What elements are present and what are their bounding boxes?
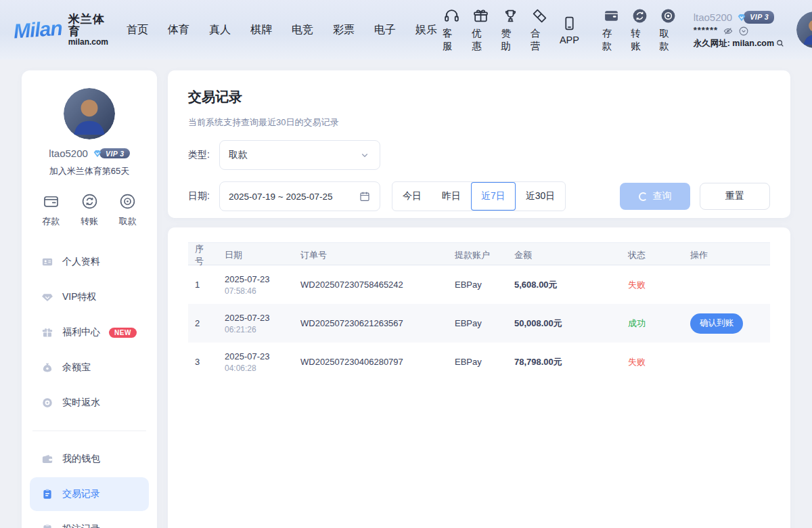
sidebar-username: ltao5200 xyxy=(49,148,88,159)
table-row: 1 2025-07-23 07:58:46 WD2025072307584652… xyxy=(188,265,770,304)
partner-label: 合营 xyxy=(531,27,549,53)
bets-icon xyxy=(41,523,53,528)
loading-spinner-icon xyxy=(639,192,648,201)
nav-link-entertainment[interactable]: 娱乐 xyxy=(415,23,437,37)
brand-logo-text: 米兰体育 milan.com xyxy=(68,14,108,46)
nav-link-board[interactable]: 棋牌 xyxy=(250,23,272,37)
nav-link-sports[interactable]: 体育 xyxy=(168,23,189,37)
sidebar-item-benefits[interactable]: 福利中心 NEW xyxy=(30,315,149,349)
trophy-icon xyxy=(502,7,519,24)
app-label: APP xyxy=(560,35,579,45)
sidebar-item-bets[interactable]: 投注记录 xyxy=(30,512,149,528)
cell-no: 3 xyxy=(188,357,218,367)
col-header-amount: 金额 xyxy=(508,249,621,261)
query-button[interactable]: 查询 xyxy=(620,183,690,210)
cell-date: 2025-07-23 04:06:28 xyxy=(218,351,294,373)
sidebar-item-label: 交易记录 xyxy=(62,488,100,500)
quick-range-group: 今日 昨日 近7日 近30日 xyxy=(392,181,566,211)
sidebar-item-profile[interactable]: 个人资料 xyxy=(30,245,149,279)
sponsor-button[interactable]: 赞助 xyxy=(501,7,519,53)
magnifier-icon[interactable] xyxy=(775,39,785,48)
confirm-received-button[interactable]: 确认到账 xyxy=(690,313,743,334)
nav-link-lottery[interactable]: 彩票 xyxy=(333,23,355,37)
col-header-status: 状态 xyxy=(621,249,683,261)
cell-order-no: WD202507230621263567 xyxy=(294,318,448,328)
sidebar-item-vip[interactable]: VIP特权 xyxy=(30,280,149,314)
sidebar-withdraw-button[interactable]: 取款 xyxy=(118,192,137,227)
transfer-button[interactable]: 转账 xyxy=(631,7,648,53)
partner-button[interactable]: 合营 xyxy=(531,7,549,53)
promo-label: 优惠 xyxy=(472,27,490,53)
top-navbar: Milan 米兰体育 milan.com 首页 体育 真人 棋牌 电竞 彩票 电… xyxy=(0,0,812,60)
range-yesterday[interactable]: 昨日 xyxy=(432,182,471,211)
headset-icon xyxy=(443,7,460,24)
transactions-icon xyxy=(41,488,53,500)
yuebao-icon xyxy=(41,361,53,374)
cell-date: 2025-07-23 06:21:26 xyxy=(218,313,294,334)
brand-domain: milan.com xyxy=(68,38,108,47)
cell-order-no: WD202507230406280797 xyxy=(294,357,448,367)
col-header-date: 日期 xyxy=(218,249,294,261)
deposit-icon xyxy=(603,7,620,24)
service-button[interactable]: 客服 xyxy=(443,7,461,53)
reset-button[interactable]: 重置 xyxy=(700,183,770,210)
nav-link-esports[interactable]: 电竞 xyxy=(292,23,313,37)
avatar[interactable] xyxy=(796,12,812,48)
range-today[interactable]: 今日 xyxy=(392,182,432,211)
cell-account: EBPay xyxy=(448,318,508,328)
page-subtitle: 当前系统支持查询最近30日的交易记录 xyxy=(188,116,770,129)
date-range-input[interactable]: 2025-07-19 ~ 2025-07-25 xyxy=(219,181,380,211)
app-button[interactable]: APP xyxy=(560,15,579,45)
query-button-label: 查询 xyxy=(653,190,672,202)
cell-status: 失败 xyxy=(621,279,683,291)
chevron-down-circle-icon[interactable] xyxy=(738,26,749,37)
status-badge: 失败 xyxy=(628,357,646,367)
promo-button[interactable]: 优惠 xyxy=(472,7,490,53)
col-header-action: 操作 xyxy=(683,249,770,261)
nav-link-slots[interactable]: 电子 xyxy=(374,23,396,37)
sidebar-deposit-button[interactable]: 存款 xyxy=(42,192,60,227)
sidebar-deposit-label: 存款 xyxy=(42,215,60,227)
vip-badge[interactable]: VIP 3 xyxy=(736,11,774,23)
sidebar-avatar[interactable] xyxy=(64,88,115,139)
sidebar-transfer-button[interactable]: 转账 xyxy=(81,192,99,227)
username[interactable]: ltao5200 xyxy=(694,10,733,25)
vip-diamond-icon xyxy=(736,12,747,23)
eye-slash-icon[interactable] xyxy=(723,26,734,37)
withdraw-outline-icon xyxy=(118,192,137,211)
sidebar-item-label: VIP特权 xyxy=(62,291,97,303)
nav-link-live[interactable]: 真人 xyxy=(209,23,231,37)
main-nav: 首页 体育 真人 棋牌 电竞 彩票 电子 娱乐 xyxy=(127,23,437,37)
range-7days[interactable]: 近7日 xyxy=(471,182,516,211)
sidebar-item-transactions[interactable]: 交易记录 xyxy=(30,477,149,511)
type-select[interactable]: 取款 xyxy=(219,140,380,170)
sidebar-item-label: 余额宝 xyxy=(62,361,91,374)
brand-logo-script: Milan xyxy=(13,17,63,43)
sidebar-item-rebate[interactable]: 实时返水 xyxy=(30,386,149,420)
deposit-label: 存款 xyxy=(602,27,620,53)
table-row: 2 2025-07-23 06:21:26 WD2025072306212635… xyxy=(188,304,770,343)
sidebar-item-my-wallet[interactable]: 我的钱包 xyxy=(30,442,149,476)
chevron-down-icon xyxy=(359,149,371,161)
table-row: 3 2025-07-23 04:06:28 WD2025072304062807… xyxy=(188,343,770,381)
sidebar-item-label: 福利中心 xyxy=(62,326,100,338)
nav-link-home[interactable]: 首页 xyxy=(127,23,148,37)
type-select-value: 取款 xyxy=(229,149,248,161)
sidebar-item-yuebao[interactable]: 余额宝 xyxy=(30,351,149,384)
status-badge: 失败 xyxy=(628,280,646,290)
sidebar-item-label: 投注记录 xyxy=(62,523,100,528)
withdraw-button[interactable]: 取款 xyxy=(659,7,677,53)
deposit-button[interactable]: 存款 xyxy=(602,7,620,53)
gift-icon xyxy=(472,7,489,24)
sidebar: ltao5200 VIP 3 加入米兰体育第65天 存款 xyxy=(22,70,157,528)
range-30days[interactable]: 近30日 xyxy=(516,182,566,211)
cell-account: EBPay xyxy=(448,280,508,290)
sidebar-vip-badge[interactable]: VIP 3 xyxy=(92,148,130,159)
sidebar-divider xyxy=(32,431,146,431)
brand-logo[interactable]: Milan 米兰体育 milan.com xyxy=(14,14,108,46)
calendar-icon xyxy=(359,190,371,202)
vip-diamond-icon xyxy=(92,148,103,159)
phone-icon xyxy=(561,15,578,32)
transfer-label: 转账 xyxy=(631,27,648,53)
navbar-right: 客服 优惠 赞助 xyxy=(437,7,812,53)
